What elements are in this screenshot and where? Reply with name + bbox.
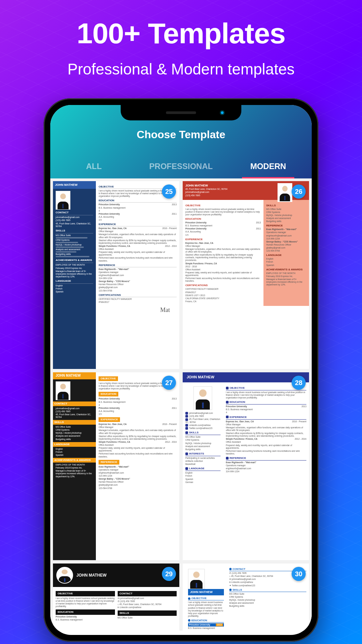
language-heading: Language [53,442,96,447]
phone-mockup: Choose Template ALL PROFESSIONAL MODERN … [44,98,318,642]
tabs: ALL PROFESSIONAL MODERN [50,154,312,178]
contact-heading: Contact [56,211,93,215]
hero-title: 100+ Templates [13,17,349,50]
education-heading: EDUCATION [99,392,118,396]
resume-photo [56,381,70,400]
certifications-heading: CERTIFICATIONS [99,293,177,297]
certifications-heading: CERTIFICATIONS [185,284,261,287]
skills-heading: Skills [266,204,306,207]
awards-heading: Achievements & Awards [53,458,96,463]
experience-heading: EXPERIENCE [226,416,306,420]
objective-heading: OBJECTIVE [185,204,261,207]
resume-photo [56,567,73,584]
template-number-badge: 30 [292,567,306,581]
awards-heading: Achievements & Awards [56,259,93,263]
resume-name: JOHN MATHEW [183,372,309,382]
awards-heading: Achievements & Awards [266,268,306,271]
resume-name: JOHN MATHEW [188,589,224,595]
education-heading: EDUCATION [226,400,306,405]
reference-heading: REFERENCE [226,457,306,461]
hero-subtitle: Professional & Modern templates [13,60,349,78]
tab-professional[interactable]: PROFESSIONAL [137,154,225,178]
signature: Mat [99,306,177,314]
tab-modern[interactable]: MODERN [225,154,312,178]
education-heading: EDUCATION [185,217,261,221]
app-title: Choose Template [50,128,312,154]
experience-heading: EXPERIENCE [185,238,261,241]
education-heading: EDUCATION [99,199,177,203]
template-card-27[interactable]: 27 JOHN MATHEW Contact johnmathew@gmail.… [53,372,179,560]
reference-heading: REFERENCE [99,264,177,267]
reference-heading: REFERENCE [99,460,119,465]
resume-photo [193,386,212,410]
reference-heading: REFERENCE [266,224,306,227]
skills-heading: Skills [53,420,96,425]
skills-heading: Skills [229,588,306,592]
tab-all[interactable]: ALL [50,154,137,178]
template-card-30[interactable]: 30 JOHN MATHEW OBJECTIVE I am a highly d… [183,564,309,631]
resume-name: JOHN MATHEW [53,372,96,379]
template-number-badge: 27 [162,376,176,390]
skills-heading: Skills [56,229,93,233]
language-heading: Language [185,467,221,471]
template-card-28[interactable]: 28 JOHN MATHEW johnmathew@gmail.com (123… [183,372,309,560]
resume-photo [188,569,205,589]
skills-heading: Skills [118,610,177,616]
resume-photo [278,183,292,202]
template-card-29[interactable]: 29 JOHN MATHEW OBJECTIVE I am a highly d… [53,564,179,631]
experience-heading: EXPERIENCE [99,223,177,226]
template-number-badge: 26 [292,184,306,199]
template-number-badge: 25 [162,184,176,199]
template-card-25[interactable]: 25 JOHN MATHEW Contact johnmathew@gmail.… [53,181,179,369]
contact-heading: Contact [53,401,96,406]
objective-heading: OBJECTIVE [99,376,118,381]
resume-photo [56,191,70,210]
language-heading: Language [56,279,93,284]
template-card-26[interactable]: 26 JOHN MATHEW 45, Pooh Bear Lane, Charl… [183,181,309,369]
template-number-badge: 28 [292,376,306,390]
phone-notch [121,105,241,120]
interests-heading: INTERESTS [185,452,221,456]
hero: 100+ Templates Professional & Modern tem… [0,0,362,88]
template-number-badge: 29 [162,567,176,581]
objective-heading: OBJECTIVE [188,597,224,600]
objective-heading: OBJECTIVE [56,591,115,596]
contact-heading: Contact [118,591,177,596]
education-heading: EDUCATION [56,609,115,615]
resume-name: JOHN MATHEW [76,573,107,578]
template-grid[interactable]: 25 JOHN MATHEW Contact johnmathew@gmail.… [50,178,312,631]
education-heading: EDUCATION [188,619,224,623]
skills-heading: Skills [185,431,221,435]
language-heading: Language [266,254,306,257]
experience-heading: EXPERIENCE [99,417,120,422]
resume-name: JOHN MATHEW [55,183,94,187]
